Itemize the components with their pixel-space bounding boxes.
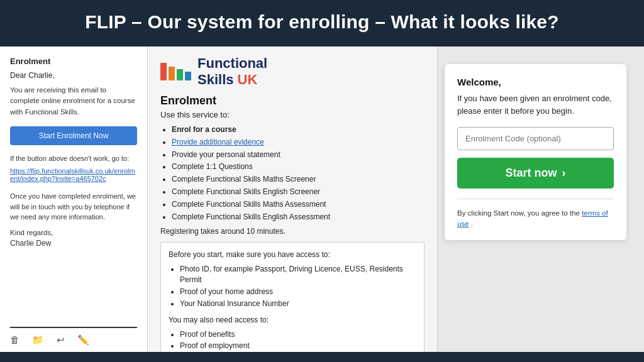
welcome-text: Welcome, [457,77,614,87]
terms-text: By clicking Start now, you agree to the … [457,208,614,230]
list-item-english-screener: Complete Functional Skills English Scree… [172,187,425,197]
email-footer-text: Once you have completed enrolment, we wi… [10,191,137,222]
enrolment-list: Enrol for a course Provide additional ev… [160,124,425,222]
terms-period: . [471,220,473,228]
before-start-box: Before you start, make sure you have acc… [160,242,425,352]
page-title: FLIP – Our system for enrolling – What i… [25,11,619,33]
logo-area: FunctionalSkills UK [160,55,425,88]
logo-line-2: Skills UK [197,72,257,87]
use-service-label: Use this service to: [160,110,425,119]
list-item-enrol: Enrol for a course [172,124,425,135]
list-item-questions: Complete 1:1 Questions [172,162,425,172]
enrolment-code-input[interactable] [457,127,614,150]
list-item-maths-screener: Complete Functional Skills Maths Screene… [172,174,425,185]
email-toolbar: 🗑 📁 ↩ ✏️ [10,327,137,352]
folder-icon[interactable]: 📁 [32,334,44,346]
email-subject: Enrolment [10,57,137,66]
link-note: If the button above doesn't work, go to: [10,154,137,163]
list-item-english-assessment: Complete Functional Skills English Asses… [172,212,425,222]
start-now-label: Start now [505,167,557,180]
register-note: Registering takes around 10 minutes. [160,227,425,236]
email-regards: Kind regards, [10,229,137,236]
before-start-item-3: Your National Insurance Number [180,299,416,309]
page-header: FLIP – Our system for enrolling – What i… [0,0,644,47]
list-item-evidence: Provide additional evidence [172,137,425,148]
reply-icon[interactable]: ↩ [57,334,65,346]
divider [457,199,614,199]
list-item-statement: Provide your personal statement [172,150,425,160]
logo-bar-4 [185,72,191,80]
also-need-list: Proof of benefits Proof of employment [169,329,416,352]
logo-bar-3 [177,69,183,80]
main-area: Enrolment Dear Charlie, You are receivin… [0,47,644,352]
enrolment-heading: Enrolment [160,94,425,107]
enrolment-info-panel: FunctionalSkills UK Enrolment Use this s… [148,47,438,352]
chevron-icon: › [562,167,566,180]
email-sender: Charlie Dew [10,239,137,248]
logo-text: FunctionalSkills UK [197,55,267,88]
welcome-panel: Welcome, If you have been given an enrol… [444,64,626,240]
also-need-intro: You may also need access to: [169,314,416,326]
email-panel: Enrolment Dear Charlie, You are receivin… [0,47,148,352]
logo-bar-2 [169,67,175,80]
before-start-item-1: Photo ID, for example Passport, Driving … [180,264,416,285]
email-greeting: Dear Charlie, [10,71,137,80]
also-need-item-2: Proof of employment [180,341,416,351]
invite-link[interactable]: https://flip.functionalskillsuk.co.uk/en… [10,167,137,182]
start-enrolment-button[interactable]: Start Enrolment Now [10,126,137,145]
logo-line-1: FunctionalSkills UK [197,55,267,87]
email-body: You are receiving this email to complete… [10,85,137,118]
welcome-description: If you have been given an enrolment code… [457,92,614,117]
also-need-item-1: Proof of benefits [180,329,416,340]
start-now-button[interactable]: Start now › [457,158,614,189]
logo-bars [160,63,191,80]
before-start-list: Photo ID, for example Passport, Driving … [169,264,416,309]
forward-icon[interactable]: ✏️ [77,334,89,346]
list-item-maths-assessment: Complete Functional Skills Maths Assessm… [172,199,425,210]
before-start-intro: Before you start, make sure you have acc… [169,249,416,260]
before-start-item-2: Proof of your home address [180,287,416,297]
logo-bar-1 [160,63,167,80]
terms-prefix: By clicking Start now, you agree to the [457,209,580,217]
trash-icon[interactable]: 🗑 [10,334,19,346]
